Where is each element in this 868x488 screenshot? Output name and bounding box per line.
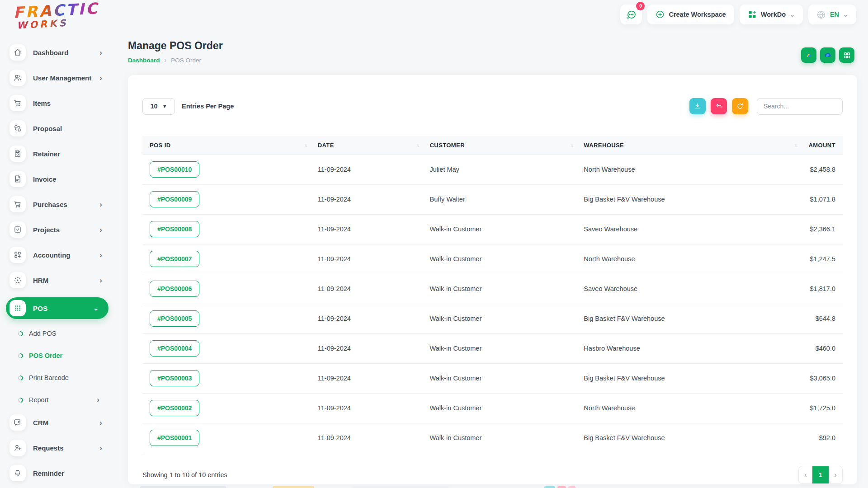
breadcrumb-dashboard-link[interactable]: Dashboard [128,57,160,64]
cart-icon [9,196,26,212]
google-drive-button[interactable] [801,47,816,63]
brand-line1: FRACTIC [13,0,99,20]
table-row: #POS00009 11-09-2024 Buffy Walter Big Ba… [142,184,843,214]
sidebar-item-reminder[interactable]: Reminder [9,465,118,481]
table-row: #POS00007 11-09-2024 Walk-in Customer No… [142,244,843,274]
pos-id-link[interactable]: #POS00002 [150,400,199,416]
column-header-date[interactable]: DATE↑↓ [311,136,423,155]
sidebar-item-requests[interactable]: Requests › [9,440,118,456]
customer-cell: Walk-in Customer [423,363,577,393]
messages-button[interactable]: 0 [620,5,642,24]
chevron-right-icon: › [97,395,99,404]
check-square-icon [9,221,26,238]
chat-square-icon [9,414,26,431]
table-row: #POS00006 11-09-2024 Walk-in Customer Sa… [142,274,843,304]
pos-id-cell: #POS00008 [142,214,311,244]
sidebar-subitem-pos-order-active[interactable]: POS Order [18,348,118,363]
breadcrumb: Dashboard › POS Order [128,56,223,64]
cart-icon [9,95,26,111]
workdo-grid-icon [748,10,757,19]
sidebar-item-projects[interactable]: Projects › [9,221,118,238]
sidebar-item-items[interactable]: Items [9,95,118,111]
sidebar-subitem-print-barcode[interactable]: Print Barcode [18,370,118,385]
amount-cell: $1,725.0 [801,393,843,423]
pos-id-link[interactable]: #POS00007 [150,251,199,267]
sidebar-item-dashboard[interactable]: Dashboard › [9,44,118,61]
search-input[interactable] [757,98,843,115]
onedrive-cloud-icon [823,51,832,60]
export-button[interactable] [689,98,706,114]
entries-summary: Showing 1 to 10 of 10 entries [142,471,227,479]
sidebar-item-crm[interactable]: CRM › [9,414,118,431]
previous-page-button[interactable]: ‹ [799,466,812,483]
pos-id-cell: #POS00004 [142,333,311,363]
date-cell: 11-09-2024 [311,274,423,304]
save-icon [9,145,26,162]
pos-id-cell: #POS00006 [142,274,311,304]
sidebar-item-proposal[interactable]: Proposal [9,120,118,136]
table-body: #POS00010 11-09-2024 Juliet May North Wa… [142,155,843,453]
partial-next-section-chip [568,486,576,488]
create-workspace-button[interactable]: Create Workspace [647,5,734,24]
warehouse-cell: Big Basket F&V Warehouse [576,304,801,333]
sidebar-subitem-report[interactable]: Report › [18,392,118,408]
customer-cell: Walk-in Customer [423,274,577,304]
page-number-button[interactable]: 1 [812,466,829,483]
onedrive-button[interactable] [820,47,835,63]
date-cell: 11-09-2024 [311,184,423,214]
grid-view-button[interactable] [839,47,854,63]
column-header-customer[interactable]: CUSTOMER↑↓ [423,136,577,155]
sidebar-item-purchases[interactable]: Purchases › [9,196,118,212]
sidebar-item-hrm[interactable]: HRM › [9,272,118,288]
chevron-right-icon: › [99,201,102,208]
pos-id-link[interactable]: #POS00010 [150,161,199,178]
pos-id-link[interactable]: #POS00006 [150,281,199,297]
sort-icon: ↑↓ [304,143,307,148]
undo-arrow-icon [715,103,722,110]
refresh-button[interactable] [732,98,748,114]
amount-cell: $460.0 [801,333,843,363]
pos-id-link[interactable]: #POS00003 [150,370,199,386]
chevron-right-icon: › [99,419,102,427]
pos-id-cell: #POS00007 [142,244,311,274]
chevron-down-icon: ⌄ [843,11,848,18]
google-drive-icon [805,51,813,59]
column-header-warehouse[interactable]: WAREHOUSE↑↓ [576,136,801,155]
sidebar-item-invoice[interactable]: Invoice [9,171,118,187]
pos-id-link[interactable]: #POS00004 [150,340,199,357]
table-footer: Showing 1 to 10 of 10 entries ‹ 1 › [142,466,843,484]
language-dropdown[interactable]: EN ⌄ [808,5,856,24]
sidebar-subitem-add-pos[interactable]: Add POS [18,326,118,341]
user-plus-icon [9,440,26,456]
table-row: #POS00001 11-09-2024 Walk-in Customer Bi… [142,423,843,453]
column-header-amount[interactable]: AMOUNT [801,136,843,155]
chevron-right-icon: › [99,49,102,56]
pos-id-link[interactable]: #POS00001 [150,430,199,446]
date-cell: 11-09-2024 [311,423,423,453]
warehouse-cell: Big Basket F&V Warehouse [576,184,801,214]
warehouse-cell: North Warehouse [576,155,801,184]
next-page-button[interactable]: › [829,466,842,483]
workspace-name: WorkDo [761,11,786,18]
chevron-right-icon: › [99,277,102,284]
table-header-row: POS ID↑↓ DATE↑↓ CUSTOMER↑↓ WAREHOUSE↑↓ A… [142,136,843,155]
brand-logo[interactable]: FRACTIC WORKS [13,0,100,31]
sidebar-item-user-management[interactable]: User Management › [9,70,118,86]
pos-id-link[interactable]: #POS00008 [150,221,199,237]
pos-id-link[interactable]: #POS00005 [150,310,199,327]
sidebar-item-retainer[interactable]: Retainer [9,145,118,162]
undo-button[interactable] [711,98,727,114]
messages-count-badge: 0 [636,2,645,10]
sidebar-item-pos-active[interactable]: POS ⌄ [6,297,108,319]
download-icon [694,103,701,110]
date-cell: 11-09-2024 [311,363,423,393]
sidebar-item-accounting[interactable]: Accounting › [9,247,118,263]
column-header-pos-id[interactable]: POS ID↑↓ [142,136,311,155]
chevron-right-icon: › [99,251,102,259]
entries-per-page-select[interactable]: 10 ▼ [142,98,175,115]
workspace-dropdown[interactable]: WorkDo ⌄ [740,5,803,24]
breadcrumb-current: POS Order [171,57,201,64]
table-row: #POS00010 11-09-2024 Juliet May North Wa… [142,155,843,184]
pos-id-link[interactable]: #POS00009 [150,191,199,207]
chevron-right-icon: › [165,56,167,64]
